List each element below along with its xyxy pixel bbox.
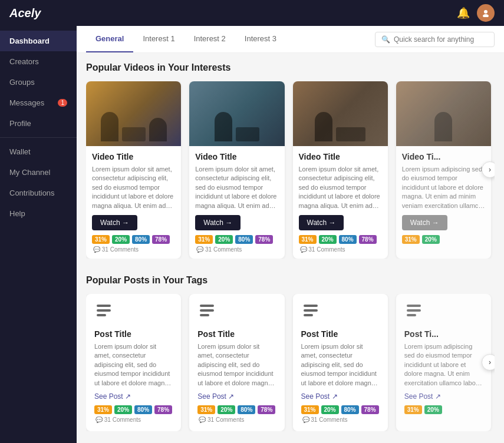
search-input[interactable] [394,35,488,44]
post-icon-2 [197,302,276,325]
tag-78-2: 78% [255,235,273,244]
watch-button-3[interactable]: Watch → [299,215,344,230]
sidebar-item-messages[interactable]: Messages 1 [0,92,77,113]
video-thumb-4 [396,81,491,146]
tab-interest-1[interactable]: Interest 1 [133,26,184,52]
post-tag-20-4: 20% [424,405,442,414]
svg-rect-9 [304,309,318,312]
card-body-3: Video Title Lorem ipsum dolor sit amet, … [293,146,388,259]
post-tags-2: 31% 20% 80% 78% 💬 31 Comments [197,405,276,423]
post-title-2: Post Title [197,329,276,339]
post-title-1: Post Title [94,329,173,339]
svg-rect-12 [407,309,421,312]
post-tag-80-3: 80% [341,405,359,414]
sidebar-item-groups[interactable]: Groups [0,72,77,92]
post-card-1: Post Title Lorem ipsum dolor sit amet, c… [86,294,181,431]
video-card-2: Video Title Lorem ipsum dolor sit amet, … [189,81,284,259]
comments-2: 💬 31 Comments [196,246,242,253]
tag-80-3: 80% [339,235,357,244]
see-post-link-4[interactable]: See Post ↗ [404,392,483,401]
thumb-scene-4 [396,94,491,146]
post-tag-31-4: 31% [404,405,422,414]
thumb-scene [86,94,181,146]
sidebar-item-my-channel[interactable]: My Channel [0,162,77,183]
sidebar-item-help[interactable]: Help [0,203,77,224]
post-tag-78-2: 78% [258,405,275,414]
see-post-link-1[interactable]: See Post ↗ [94,392,173,401]
post-desc-1: Lorem ipsum dolor sit amet, consectetur … [94,342,173,388]
watch-button-4[interactable]: Watch → [402,215,447,230]
video-cards-row: Video Title Lorem ipsum dolor sit amet, … [86,81,495,259]
card-tags-3: 31% 20% 80% 78% 💬 31 Comments [299,235,382,253]
post-comments-1: 💬 31 Comments [95,416,141,423]
video-thumb-2 [189,81,284,146]
tag-31-4: 31% [402,235,420,244]
person-silhouette [101,112,118,141]
post-tags-4: 31% 20% [404,405,483,414]
post-tag-31-2: 31% [197,405,215,414]
tab-interest-3[interactable]: Interest 3 [235,26,286,52]
card-body-2: Video Title Lorem ipsum dolor sit amet, … [189,146,284,259]
card-title-4: Video Ti... [402,152,485,161]
header-right: 🔔 [457,4,495,22]
video-thumb-1 [86,81,181,146]
post-title-3: Post Title [301,329,380,339]
svg-rect-13 [407,314,416,316]
sidebar-item-dashboard[interactable]: Dashboard [0,31,77,51]
logo: Acely [9,6,41,20]
svg-rect-5 [200,305,214,307]
tag-80-1: 80% [132,235,150,244]
bell-icon[interactable]: 🔔 [457,6,470,19]
post-card-3: Post Title Lorem ipsum dolor sit amet, c… [293,294,388,431]
sidebar-item-creators[interactable]: Creators [0,51,77,72]
watch-button-1[interactable]: Watch → [92,215,137,230]
post-title-4: Post Ti... [404,329,483,339]
card-body-4: Video Ti... Lorem ipsum adipiscing sed d… [396,146,491,250]
see-post-link-3[interactable]: See Post ↗ [301,392,380,401]
video-thumb-3 [293,81,388,146]
svg-rect-8 [304,305,318,307]
tag-20-3: 20% [319,235,337,244]
sidebar-item-profile[interactable]: Profile [0,113,77,134]
post-tag-20-2: 20% [218,405,235,414]
post-icon-4 [404,302,483,325]
post-nav-arrow[interactable]: › [482,354,495,371]
tag-31-1: 31% [92,235,110,244]
search-icon: 🔍 [381,35,390,44]
see-post-link-2[interactable]: See Post ↗ [197,392,276,401]
card-title-1: Video Title [92,152,175,161]
post-tag-80-1: 80% [134,405,152,414]
laptop-shape-3 [336,127,365,141]
post-desc-4: Lorem ipsum adipiscing sed do eiusmod te… [404,342,483,388]
post-card-2: Post Title Lorem ipsum dolor sit amet, c… [189,294,284,431]
video-nav-arrow[interactable]: › [482,161,495,178]
avatar[interactable] [477,4,495,22]
card-tags-2: 31% 20% 80% 78% 💬 31 Comments [195,235,278,253]
post-icon-1 [94,302,173,325]
post-icon-3 [301,302,380,325]
svg-rect-7 [200,314,209,316]
tab-general[interactable]: General [86,26,133,52]
content-area: Popular Videos in Your Interests Video T… [77,53,504,443]
person-silhouette-2a [215,112,232,141]
watch-button-2[interactable]: Watch → [195,215,241,230]
post-tags-1: 31% 20% 80% 78% 💬 31 Comments [94,405,173,423]
post-tag-78-3: 78% [361,405,379,414]
post-desc-2: Lorem ipsum dolor sit amet, consectetur … [197,342,276,388]
popular-videos-title: Popular Videos in Your Interests [86,62,495,73]
post-tag-80-2: 80% [238,405,255,414]
svg-rect-4 [97,314,106,316]
tabs-bar: General Interest 1 Interest 2 Interest 3… [77,26,504,53]
post-card-4: Post Ti... Lorem ipsum adipiscing sed do… [396,294,491,431]
tag-78-1: 78% [152,235,170,244]
video-card-4: Video Ti... Lorem ipsum adipiscing sed d… [396,81,491,259]
card-body-1: Video Title Lorem ipsum dolor sit amet, … [86,146,181,259]
svg-rect-6 [200,309,214,312]
sidebar-item-contributions[interactable]: Contributions [0,183,77,203]
tag-20-2: 20% [215,235,233,244]
thumb-scene-2 [189,94,284,146]
tab-interest-2[interactable]: Interest 2 [185,26,235,52]
video-card-3: Video Title Lorem ipsum dolor sit amet, … [293,81,388,259]
sidebar-item-wallet[interactable]: Wallet [0,141,77,162]
svg-rect-10 [304,314,313,316]
